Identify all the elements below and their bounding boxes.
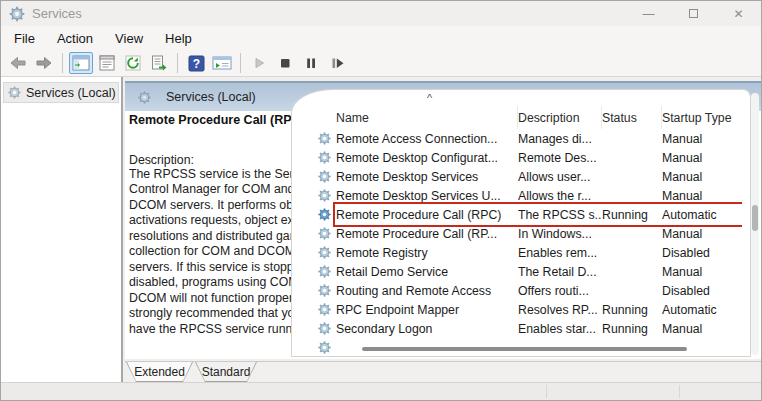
menu-file[interactable]: File bbox=[3, 26, 46, 50]
table-row[interactable]: Remote Desktop Configurat...Remote Des..… bbox=[336, 148, 742, 167]
table-row[interactable]: Routing and Remote AccessOffers routi...… bbox=[336, 281, 742, 300]
tab-extended[interactable]: Extended bbox=[126, 362, 193, 382]
service-name-cell[interactable]: RPC Endpoint Mapper bbox=[317, 302, 518, 317]
service-name-cell[interactable]: Routing and Remote Access bbox=[317, 283, 518, 298]
stop-service-icon[interactable] bbox=[273, 52, 297, 74]
column-header-status[interactable]: Status bbox=[602, 106, 662, 129]
pause-service-icon[interactable] bbox=[299, 52, 323, 74]
services-list-body: Remote Access Connection...Manages di...… bbox=[292, 129, 742, 356]
column-header-description[interactable]: Description bbox=[518, 106, 602, 129]
service-name-cell[interactable]: Retail Demo Service bbox=[317, 264, 518, 279]
service-gear-icon bbox=[317, 264, 332, 279]
vertical-scrollbar-thumb[interactable] bbox=[752, 205, 758, 231]
forward-arrow-icon[interactable] bbox=[32, 52, 56, 74]
menu-action[interactable]: Action bbox=[46, 26, 104, 50]
service-name: Secondary Logon bbox=[336, 322, 432, 336]
menu-help[interactable]: Help bbox=[154, 26, 203, 50]
tab-label: Standard bbox=[196, 362, 256, 381]
status-bar-separator bbox=[679, 385, 680, 398]
menu-view[interactable]: View bbox=[104, 26, 154, 50]
table-row[interactable]: Remote Desktop Services U...Allows the r… bbox=[336, 186, 742, 205]
table-row[interactable]: Remote Procedure Call (RP...In Windows..… bbox=[336, 224, 742, 243]
service-name-cell[interactable]: Remote Procedure Call (RPC) bbox=[317, 207, 518, 222]
restart-service-icon[interactable] bbox=[325, 52, 349, 74]
window-title: Services bbox=[32, 6, 82, 21]
service-description-cell[interactable]: Allows the r... bbox=[518, 189, 602, 203]
table-row[interactable]: Remote Procedure Call (RPC)The RPCSS s..… bbox=[336, 205, 742, 224]
service-startup-cell[interactable]: Automatic bbox=[662, 208, 742, 222]
table-row[interactable]: Retail Demo ServiceThe Retail D...Manual bbox=[336, 262, 742, 281]
service-name: Retail Demo Service bbox=[336, 265, 448, 279]
service-status-cell[interactable]: Running bbox=[602, 208, 662, 222]
service-startup-cell[interactable]: Manual bbox=[662, 132, 742, 146]
show-console-tree-icon[interactable] bbox=[69, 52, 93, 74]
sort-ascending-icon[interactable]: ^ bbox=[427, 92, 432, 104]
service-gear-icon bbox=[317, 226, 332, 241]
service-name-cell[interactable]: Remote Procedure Call (RP... bbox=[317, 226, 518, 241]
service-description-cell[interactable]: Offers routi... bbox=[518, 284, 602, 298]
service-gear-icon bbox=[317, 150, 332, 165]
table-row[interactable]: Secondary LogonEnables star...RunningMan… bbox=[336, 319, 742, 338]
service-status-cell[interactable]: Running bbox=[602, 303, 662, 317]
service-startup-cell[interactable]: Manual bbox=[662, 322, 742, 336]
service-name: Remote Procedure Call (RP... bbox=[336, 227, 497, 241]
service-description-cell[interactable]: In Windows... bbox=[518, 227, 602, 241]
service-name-cell[interactable]: Remote Access Connection... bbox=[317, 131, 518, 146]
properties-icon[interactable] bbox=[95, 52, 119, 74]
column-header-name[interactable]: Name bbox=[336, 106, 518, 129]
table-row[interactable]: Remote RegistryEnables rem...Disabled bbox=[336, 243, 742, 262]
tab-label: Extended bbox=[127, 362, 192, 381]
services-app-icon bbox=[8, 5, 26, 23]
column-header-startup-type[interactable]: Startup Type bbox=[662, 106, 751, 129]
table-row[interactable]: Remote Desktop ServicesAllows user...Man… bbox=[336, 167, 742, 186]
service-startup-cell[interactable]: Manual bbox=[662, 265, 742, 279]
service-name-cell[interactable]: Remote Registry bbox=[317, 245, 518, 260]
maximize-button[interactable] bbox=[671, 1, 716, 26]
service-name-cell[interactable]: Remote Desktop Services bbox=[317, 169, 518, 184]
show-action-pane-icon[interactable] bbox=[210, 52, 234, 74]
service-startup-cell[interactable]: Manual bbox=[662, 151, 742, 165]
service-gear-icon bbox=[317, 302, 332, 317]
help-icon[interactable]: ? bbox=[184, 52, 208, 74]
service-startup-cell[interactable]: Disabled bbox=[662, 246, 742, 260]
close-button[interactable]: ✕ bbox=[716, 1, 761, 26]
service-description-cell[interactable]: Resolves RP... bbox=[518, 303, 602, 317]
tab-standard[interactable]: Standard bbox=[195, 362, 257, 382]
service-description-cell[interactable]: The Retail D... bbox=[518, 265, 602, 279]
service-description-cell[interactable]: Allows user... bbox=[518, 170, 602, 184]
toolbar-separator bbox=[240, 53, 241, 73]
service-startup-cell[interactable]: Manual bbox=[662, 170, 742, 184]
services-list-panel: ^ NameDescriptionStatusStartup Type Remo… bbox=[291, 89, 751, 357]
service-gear-icon bbox=[317, 169, 332, 184]
service-description-cell[interactable]: Remote Des... bbox=[518, 151, 602, 165]
back-arrow-icon[interactable] bbox=[6, 52, 30, 74]
service-name: Remote Registry bbox=[336, 246, 428, 260]
status-bar-separator bbox=[546, 385, 547, 398]
service-status-cell[interactable]: Running bbox=[602, 322, 662, 336]
horizontal-scrollbar-thumb[interactable] bbox=[362, 347, 687, 351]
start-service-icon[interactable] bbox=[247, 52, 271, 74]
service-startup-cell[interactable]: Manual bbox=[662, 189, 742, 203]
service-name: Remote Desktop Services U... bbox=[336, 189, 501, 203]
service-name-cell[interactable]: Remote Desktop Services U... bbox=[317, 188, 518, 203]
refresh-icon[interactable] bbox=[121, 52, 145, 74]
service-startup-cell[interactable]: Manual bbox=[662, 227, 742, 241]
vertical-scrollbar[interactable] bbox=[751, 93, 759, 355]
service-description-cell[interactable]: Enables rem... bbox=[518, 246, 602, 260]
service-name-cell[interactable]: Secondary Logon bbox=[317, 321, 518, 336]
service-description-cell[interactable]: Manages di... bbox=[518, 132, 602, 146]
table-row[interactable]: Remote Access Connection...Manages di...… bbox=[336, 129, 742, 148]
service-startup-cell[interactable]: Disabled bbox=[662, 284, 742, 298]
table-row[interactable]: RPC Endpoint MapperResolves RP...Running… bbox=[336, 300, 742, 319]
service-description-cell[interactable]: The RPCSS s... bbox=[518, 208, 602, 222]
results-pane-title: Services (Local) bbox=[166, 90, 256, 104]
tree-item-services-local[interactable]: Services (Local) bbox=[3, 82, 119, 103]
service-description-cell[interactable]: Enables star... bbox=[518, 322, 602, 336]
minimize-button[interactable]: — bbox=[626, 1, 671, 26]
service-name: Remote Procedure Call (RPC) bbox=[336, 208, 501, 222]
service-gear-icon bbox=[317, 283, 332, 298]
service-name-cell[interactable]: Remote Desktop Configurat... bbox=[317, 150, 518, 165]
service-startup-cell[interactable]: Automatic bbox=[662, 303, 742, 317]
services-gear-icon bbox=[7, 85, 22, 100]
export-list-icon[interactable] bbox=[147, 52, 171, 74]
